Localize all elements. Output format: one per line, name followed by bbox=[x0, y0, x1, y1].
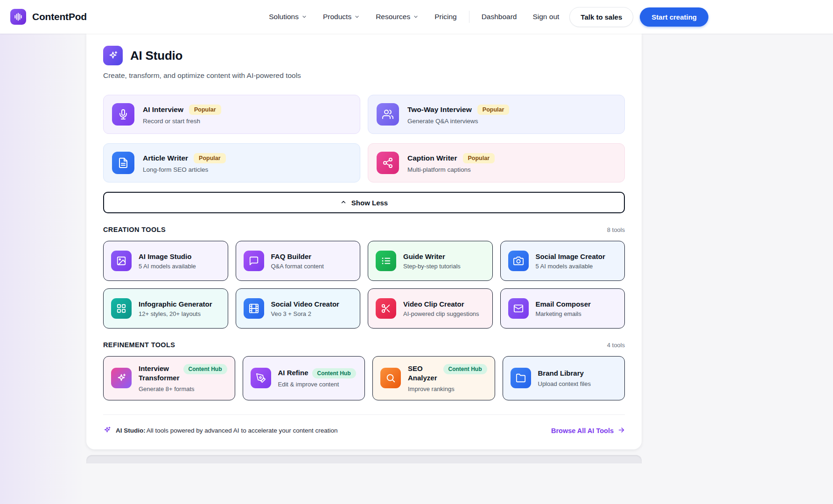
pen-tool-icon bbox=[251, 368, 271, 388]
tool-subtitle: Edit & improve content bbox=[278, 381, 356, 388]
tool-title: Two-Way Interview bbox=[407, 105, 472, 114]
browse-link-label: Browse All AI Tools bbox=[551, 427, 614, 434]
refinement-tools-grid: Interview Transformer Content Hub Genera… bbox=[103, 356, 625, 400]
tool-title: Email Composer bbox=[536, 300, 591, 308]
creation-tools-header: CREATION TOOLS 8 tools bbox=[103, 226, 625, 233]
tool-subtitle: Marketing emails bbox=[536, 310, 591, 317]
popular-badge: Popular bbox=[463, 153, 495, 163]
nav-resources[interactable]: Resources bbox=[376, 13, 419, 21]
chevron-down-icon bbox=[301, 14, 307, 20]
top-navbar: ContentPod Solutions Products Resources … bbox=[0, 0, 833, 34]
microphone-icon bbox=[112, 103, 134, 126]
tool-card-brand-library[interactable]: Brand Library Upload context files bbox=[503, 356, 625, 400]
tool-subtitle: Veo 3 + Sora 2 bbox=[271, 310, 339, 317]
nav-sign-out[interactable]: Sign out bbox=[532, 13, 559, 21]
next-section-peek bbox=[86, 455, 642, 463]
studio-footer: AI Studio:All tools powered by advanced … bbox=[103, 414, 625, 435]
scissors-icon bbox=[376, 298, 396, 319]
contentpod-logo-icon bbox=[10, 9, 26, 25]
content-hub-badge: Content Hub bbox=[312, 368, 356, 378]
nav-divider bbox=[469, 11, 469, 23]
nav-dashboard[interactable]: Dashboard bbox=[482, 13, 517, 21]
tool-subtitle: Q&A format content bbox=[271, 263, 324, 270]
tool-subtitle: AI-powered clip suggestions bbox=[403, 310, 479, 317]
page-subtitle: Create, transform, and optimize content … bbox=[103, 71, 625, 80]
tool-subtitle: Generate 8+ formats bbox=[139, 385, 227, 392]
chevron-down-icon bbox=[354, 14, 360, 20]
tool-subtitle: Generate Q&A interviews bbox=[407, 118, 509, 125]
tool-title: Infographic Generator bbox=[139, 300, 212, 308]
tool-subtitle: Record or start fresh bbox=[143, 118, 221, 125]
users-icon bbox=[377, 103, 399, 126]
arrow-right-icon bbox=[618, 427, 625, 435]
footer-note-highlight: AI Studio: bbox=[116, 427, 146, 434]
tool-subtitle: Long-form SEO articles bbox=[143, 166, 226, 173]
tool-card-ai-interview[interactable]: AI Interview Popular Record or start fre… bbox=[103, 95, 360, 134]
content-hub-badge: Content Hub bbox=[443, 364, 487, 374]
tool-title: AI Interview bbox=[143, 105, 183, 114]
nav-products-label: Products bbox=[323, 13, 351, 21]
ai-studio-panel: AI Studio Create, transform, and optimiz… bbox=[86, 34, 642, 449]
nav-solutions[interactable]: Solutions bbox=[269, 13, 307, 21]
nav-solutions-label: Solutions bbox=[269, 13, 299, 21]
tool-card-seo-analyzer[interactable]: SEO Analyzer Content Hub Improve ranking… bbox=[372, 356, 495, 400]
tool-card-social-video-creator[interactable]: Social Video Creator Veo 3 + Sora 2 bbox=[236, 288, 361, 329]
tool-title: AI Refine bbox=[278, 368, 308, 378]
tool-subtitle: Multi-platform captions bbox=[407, 166, 495, 173]
tool-card-infographic-generator[interactable]: Infographic Generator 12+ styles, 20+ la… bbox=[103, 288, 228, 329]
tool-card-ai-refine[interactable]: AI Refine Content Hub Edit & improve con… bbox=[243, 356, 365, 400]
film-icon bbox=[244, 298, 264, 319]
section-count: 8 tools bbox=[607, 226, 625, 233]
tool-subtitle: 12+ styles, 20+ layouts bbox=[139, 310, 212, 317]
nav-pricing-label: Pricing bbox=[434, 13, 456, 21]
refinement-tools-header: REFINEMENT TOOLS 4 tools bbox=[103, 341, 625, 349]
primary-nav: Solutions Products Resources Pricing Das… bbox=[269, 7, 708, 27]
tool-title: Article Writer bbox=[143, 154, 188, 162]
section-count: 4 tools bbox=[607, 342, 625, 349]
brand[interactable]: ContentPod bbox=[10, 9, 87, 25]
numbered-list-icon bbox=[376, 251, 396, 271]
folder-icon bbox=[511, 368, 531, 388]
tool-card-faq-builder[interactable]: FAQ Builder Q&A format content bbox=[236, 241, 361, 281]
studio-header: AI Studio bbox=[103, 46, 625, 65]
tool-title: Interview Transformer bbox=[139, 364, 180, 383]
tool-title: Social Video Creator bbox=[271, 300, 339, 308]
tool-card-guide-writer[interactable]: Guide Writer Step-by-step tutorials bbox=[368, 241, 493, 281]
brand-name: ContentPod bbox=[32, 11, 87, 22]
nav-resources-label: Resources bbox=[376, 13, 410, 21]
section-title: CREATION TOOLS bbox=[103, 226, 166, 233]
image-icon bbox=[111, 251, 132, 271]
sparkles-icon bbox=[111, 368, 132, 388]
tool-card-email-composer[interactable]: Email Composer Marketing emails bbox=[500, 288, 625, 329]
start-creating-button[interactable]: Start creating bbox=[640, 7, 708, 27]
nav-dashboard-label: Dashboard bbox=[482, 13, 517, 21]
show-less-button[interactable]: Show Less bbox=[103, 192, 625, 213]
tool-card-ai-image-studio[interactable]: AI Image Studio 5 AI models available bbox=[103, 241, 228, 281]
tool-card-article-writer[interactable]: Article Writer Popular Long-form SEO art… bbox=[103, 143, 360, 182]
section-title: REFINEMENT TOOLS bbox=[103, 341, 175, 349]
nav-products[interactable]: Products bbox=[323, 13, 360, 21]
tool-card-video-clip-creator[interactable]: Video Clip Creator AI-powered clip sugge… bbox=[368, 288, 493, 329]
page-body: AI Studio Create, transform, and optimiz… bbox=[0, 34, 833, 463]
tool-card-caption-writer[interactable]: Caption Writer Popular Multi-platform ca… bbox=[368, 143, 625, 182]
tool-card-interview-transformer[interactable]: Interview Transformer Content Hub Genera… bbox=[103, 356, 235, 400]
page-title: AI Studio bbox=[130, 49, 182, 63]
chat-bubble-icon bbox=[244, 251, 264, 271]
tool-card-social-image-creator[interactable]: Social Image Creator 5 AI models availab… bbox=[500, 241, 625, 281]
share-icon bbox=[377, 152, 399, 174]
nav-sign-out-label: Sign out bbox=[532, 13, 559, 21]
tool-title: Guide Writer bbox=[403, 252, 461, 260]
nav-pricing[interactable]: Pricing bbox=[434, 13, 456, 21]
tool-card-two-way-interview[interactable]: Two-Way Interview Popular Generate Q&A i… bbox=[368, 95, 625, 134]
footer-note-text: All tools powered by advanced AI to acce… bbox=[147, 427, 338, 434]
browse-all-ai-tools-link[interactable]: Browse All AI Tools bbox=[551, 427, 625, 435]
popular-badge: Popular bbox=[189, 105, 221, 115]
camera-icon bbox=[508, 251, 529, 271]
show-less-label: Show Less bbox=[351, 199, 388, 207]
footer-note: AI Studio:All tools powered by advanced … bbox=[103, 426, 338, 435]
popular-badge: Popular bbox=[194, 153, 226, 163]
tool-title: AI Image Studio bbox=[139, 252, 196, 260]
grid-icon bbox=[111, 298, 132, 319]
creation-tools-grid: AI Image Studio 5 AI models available FA… bbox=[103, 241, 625, 329]
talk-to-sales-button[interactable]: Talk to sales bbox=[569, 7, 633, 27]
